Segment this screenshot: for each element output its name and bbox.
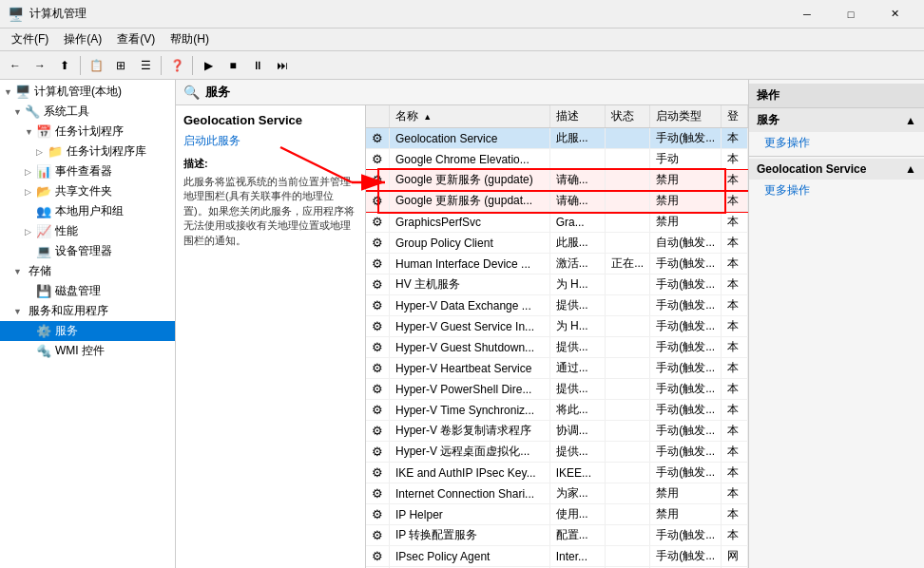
table-row[interactable]: ⚙ Google 更新服务 (gupdat... 请确... 禁用 本 (366, 191, 748, 212)
menu-view[interactable]: 查看(V) (109, 29, 163, 49)
tree-label-event: 事件查看器 (55, 163, 112, 180)
maximize-button[interactable]: □ (829, 0, 873, 28)
toolbar-back[interactable]: ← (4, 54, 27, 77)
toolbar-restart[interactable]: ⏭ (271, 54, 294, 77)
sort-arrow: ▲ (423, 112, 432, 122)
menu-file[interactable]: 文件(F) (4, 29, 56, 49)
tree-item-task-scheduler[interactable]: ▼ 📅 任务计划程序 (0, 122, 175, 142)
tree-item-services[interactable]: ⚙️ 服务 (0, 321, 175, 341)
table-row[interactable]: ⚙ IP 转换配置服务 配置... 手动(触发... 本 (366, 525, 748, 546)
table-row[interactable]: ⚙ HV 主机服务 为 H... 手动(触发... 本 (366, 275, 748, 295)
tree-item-device-manager[interactable]: 💻 设备管理器 (0, 241, 175, 261)
service-logon-cell: 本 (722, 275, 748, 295)
table-row[interactable]: ⚙ Internet Connection Shari... 为家... 禁用 … (366, 483, 748, 504)
tree-item-wmi[interactable]: 🔩 WMI 控件 (0, 341, 175, 361)
table-row[interactable]: ⚙ Group Policy Client 此服... 自动(触发... 本 (366, 233, 748, 254)
service-status-cell (606, 546, 650, 567)
service-status-cell (606, 379, 650, 400)
close-button[interactable]: ✕ (873, 0, 916, 28)
service-name-cell: Hyper-V Time Synchroniz... (390, 400, 550, 421)
toolbar-forward[interactable]: → (29, 54, 51, 77)
table-row[interactable]: ⚙ Google 更新服务 (gupdate) 请确... 禁用 本 (366, 170, 748, 191)
tree-item-disk-management[interactable]: 💾 磁盘管理 (0, 281, 175, 301)
service-icon-cell: ⚙ (366, 233, 390, 254)
table-row[interactable]: ⚙ IP Helper 使用... 禁用 本 (366, 504, 748, 525)
table-row[interactable]: ⚙ Hyper-V 远程桌面虚拟化... 提供... 手动(触发... 本 (366, 442, 748, 463)
tree-item-local-users[interactable]: 👥 本地用户和组 (0, 201, 175, 221)
tree-expand-perf: ▷ (25, 227, 36, 237)
action-section-services[interactable]: 服务 ▲ (749, 108, 924, 132)
table-row[interactable]: ⚙ IPsec Policy Agent Inter... 手动(触发... 网 (366, 546, 748, 567)
table-row[interactable]: ⚙ Hyper-V Heartbeat Service 通过... 手动(触发.… (366, 358, 748, 379)
table-row[interactable]: ⚙ Hyper-V Guest Shutdown... 提供... 手动(触发.… (366, 337, 748, 358)
service-desc-cell: 激活... (549, 254, 606, 275)
service-startup-cell: 禁用 (650, 212, 722, 233)
tree-item-task-library[interactable]: ▷ 📁 任务计划程序库 (0, 142, 175, 161)
table-row[interactable]: ⚙ IKE and AuthIP IPsec Key... IKEE... 手动… (366, 463, 748, 483)
service-icon-cell: ⚙ (366, 525, 390, 546)
toolbar-view1[interactable]: ⊞ (109, 54, 132, 77)
col-header-startup[interactable]: 启动类型 (650, 105, 722, 128)
col-header-icon[interactable] (366, 105, 390, 128)
tree-item-event-viewer[interactable]: ▷ 📊 事件查看器 (0, 161, 175, 181)
col-header-status[interactable]: 状态 (606, 105, 650, 128)
window-icon: 🖥️ (8, 7, 24, 22)
tree-icon-event: 📊 (36, 164, 51, 179)
tree-item-root[interactable]: ▼ 🖥️ 计算机管理(本地) (0, 82, 175, 102)
toolbar-up[interactable]: ⬆ (53, 54, 76, 77)
action-more-2[interactable]: 更多操作 (749, 180, 924, 201)
table-row[interactable]: ⚙ Human Interface Device ... 激活... 正在...… (366, 254, 748, 275)
tree-icon-root: 🖥️ (15, 85, 30, 99)
table-row[interactable]: ⚙ Hyper-V Time Synchroniz... 将此... 手动(触发… (366, 400, 748, 421)
tree-item-system-tools[interactable]: ▼ 🔧 系统工具 (0, 102, 175, 122)
start-service-link[interactable]: 启动此服务 (183, 133, 357, 149)
menu-help[interactable]: 帮助(H) (163, 29, 217, 49)
action-more-1[interactable]: 更多操作 (749, 132, 924, 154)
service-name-cell: Hyper-V Guest Shutdown... (390, 337, 550, 358)
tree-item-performance[interactable]: ▷ 📈 性能 (0, 221, 175, 241)
selected-service-name: Geolocation Service (183, 113, 357, 127)
table-row[interactable]: ⚙ GraphicsPerfSvc Gra... 禁用 本 (366, 212, 748, 233)
service-icon-cell: ⚙ (366, 149, 390, 170)
service-icon-cell: ⚙ (366, 463, 390, 483)
tree-item-shared-folders[interactable]: ▷ 📂 共享文件夹 (0, 181, 175, 201)
tree-icon-services: ⚙️ (36, 324, 51, 338)
toolbar-play[interactable]: ▶ (197, 54, 220, 77)
service-startup-cell: 禁用 (650, 483, 722, 504)
toolbar-pause[interactable]: ⏸ (246, 54, 269, 77)
tree-item-services-apps[interactable]: ▼ 服务和应用程序 (0, 301, 175, 321)
col-header-desc[interactable]: 描述 (549, 105, 606, 128)
left-panel: ▼ 🖥️ 计算机管理(本地) ▼ 🔧 系统工具 ▼ 📅 任务计划程序 ▷ 📁 任… (0, 80, 176, 568)
minimize-button[interactable]: ─ (785, 0, 829, 28)
service-description: 此服务将监视系统的当前位置并管理地理围栏(具有关联事件的地理位置)。如果您关闭此… (183, 175, 357, 248)
menu-action[interactable]: 操作(A) (56, 29, 109, 49)
tree-icon-disk: 💾 (36, 284, 51, 298)
toolbar-show-hide[interactable]: 📋 (85, 54, 107, 77)
service-logon-cell: 本 (722, 358, 748, 379)
service-desc-cell: 提供... (549, 442, 606, 463)
service-desc-cell: 请确... (549, 170, 606, 191)
table-row[interactable]: ⚙ Hyper-V Data Exchange ... 提供... 手动(触发.… (366, 295, 748, 316)
action-section-geolocation[interactable]: Geolocation Service ▲ (749, 159, 924, 180)
table-row[interactable]: ⚙ Google Chrome Elevatio... 手动 本 (366, 149, 748, 170)
tree-icon-perf: 📈 (36, 224, 51, 238)
col-header-name[interactable]: 名称 ▲ (390, 105, 550, 128)
toolbar: ← → ⬆ 📋 ⊞ ☰ ❓ ▶ ■ ⏸ ⏭ (0, 51, 924, 80)
service-name-cell: HV 主机服务 (390, 275, 550, 295)
service-desc-cell: 请确... (549, 191, 606, 212)
table-row[interactable]: ⚙ Hyper-V Guest Service In... 为 H... 手动(… (366, 316, 748, 337)
toolbar-view2[interactable]: ☰ (134, 54, 157, 77)
toolbar-stop[interactable]: ■ (221, 54, 244, 77)
col-header-logon[interactable]: 登 (722, 105, 748, 128)
tree-item-storage[interactable]: ▼ 存储 (0, 261, 175, 281)
service-startup-cell: 手动(触发... (650, 400, 722, 421)
table-row[interactable]: ⚙ Hyper-V PowerShell Dire... 提供... 手动(触发… (366, 379, 748, 400)
table-row[interactable]: ⚙ Hyper-V 卷影复制请求程序 协调... 手动(触发... 本 (366, 421, 748, 442)
service-desc-cell: 将此... (549, 400, 606, 421)
toolbar-help[interactable]: ❓ (165, 54, 188, 77)
service-name-cell: Google 更新服务 (gupdate) (390, 170, 550, 191)
table-row[interactable]: ⚙ Geolocation Service 此服... 手动(触发... 本 (366, 128, 748, 149)
service-desc-cell: 提供... (549, 337, 606, 358)
service-status-cell (606, 191, 650, 212)
tree-expand-shared: ▷ (25, 187, 36, 197)
